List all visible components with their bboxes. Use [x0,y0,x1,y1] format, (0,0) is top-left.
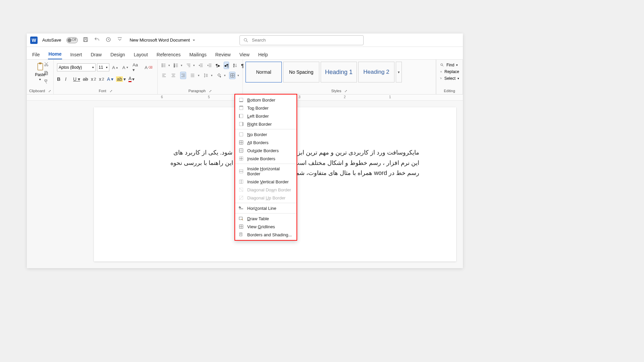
menu-diagonal-down: Diagonal Down Border [235,186,297,194]
autosave-toggle[interactable]: Off [66,37,78,43]
editing-group: Find ▾ Replace Select ▾ Editing [436,60,463,94]
menu-right-border[interactable]: Right Border [235,120,297,128]
svg-line-6 [247,41,248,42]
decrease-font-icon[interactable]: A▼ [121,64,130,71]
quick-access-toolbar [83,37,123,44]
shading-button[interactable] [216,72,222,79]
change-case-button[interactable]: Aa ▾ [131,62,142,73]
select-button[interactable]: Select ▾ [440,75,459,82]
increase-indent-button[interactable] [207,62,212,69]
multilevel-button[interactable] [186,62,191,69]
cut-icon[interactable] [44,62,49,68]
rtl-direction-button[interactable]: ◂¶ [224,62,229,69]
text-effects-button[interactable]: A ▾ [107,76,113,82]
word-window: W AutoSave Off New Microsoft Word Docume… [27,34,463,268]
style-heading1[interactable]: Heading 1 [321,62,357,82]
format-painter-icon[interactable] [44,79,49,86]
sort-button[interactable]: AZ [232,62,238,69]
svg-rect-66 [239,122,243,126]
menu-inside-vertical[interactable]: Inside Vertical Border [235,178,297,186]
font-group: Aptos (Body)▾ 11▾ A▲ A▼ Aa ▾ A⌫ B I U ▾ … [54,60,158,94]
subscript-button[interactable]: x2 [91,76,96,82]
tab-mailings[interactable]: Mailings [189,50,207,59]
redo-icon[interactable] [105,37,111,44]
search-placeholder: Search [252,38,266,43]
font-color-button[interactable]: A ▾ [128,76,135,82]
svg-line-85 [239,196,243,200]
justify-button[interactable] [190,72,196,79]
styles-more-button[interactable]: ▾ [396,62,402,82]
title-bar: W AutoSave Off New Microsoft Word Docume… [27,34,463,47]
menu-left-border[interactable]: Left Border [235,112,297,120]
font-launcher-icon[interactable]: ⤢ [110,89,112,93]
menu-all-borders[interactable]: All Borders [235,138,297,146]
qat-customize-icon[interactable] [117,37,123,44]
tab-draw[interactable]: Draw [90,50,102,59]
document-title[interactable]: New Microsoft Word Document [129,38,196,43]
align-center-button[interactable] [170,72,176,79]
menu-inside-borders[interactable]: Inside Borders [235,155,297,163]
svg-rect-68 [239,133,243,136]
bullets-button[interactable] [161,62,166,69]
svg-rect-14 [45,71,47,74]
ribbon: Paste ▾ Clipboard⤢ Aptos (Body)▾ 11▾ A▲ … [27,60,463,95]
tab-file[interactable]: File [32,50,41,59]
style-heading2[interactable]: Heading 2 [358,62,394,82]
decrease-indent-button[interactable] [198,62,204,69]
style-no-spacing[interactable]: No Spacing [283,62,319,82]
save-icon[interactable] [83,37,89,44]
search-box[interactable]: Search [239,35,364,45]
tab-layout[interactable]: Layout [133,50,149,59]
line-spacing-button[interactable] [203,72,209,79]
copy-icon[interactable] [44,70,49,77]
menu-diagonal-up: Diagonal Up Border [235,194,297,202]
numbering-button[interactable]: 123 [173,62,179,69]
menu-no-border[interactable]: No Border [235,130,297,138]
undo-icon[interactable] [94,37,100,44]
tab-home[interactable]: Home [48,49,62,59]
menu-view-gridlines[interactable]: View Gridlines [235,223,297,231]
borders-button[interactable] [229,72,235,79]
menu-draw-table[interactable]: Draw Table [235,215,297,223]
menu-inside-horizontal[interactable]: Inside Horizontal Border [235,165,297,178]
svg-point-5 [244,38,247,41]
menu-horizontal-line[interactable]: A≡Horizontal Line [235,204,297,212]
borders-dropdown-menu: Bottom Border Top Border Left Border Rig… [234,94,297,241]
paragraph-launcher-icon[interactable]: ⤢ [209,89,212,93]
tab-help[interactable]: Help [258,50,269,59]
styles-launcher-icon[interactable]: ⤢ [344,89,347,93]
clear-format-icon[interactable]: A⌫ [143,64,154,71]
ltr-direction-button[interactable]: ¶▸ [216,62,220,69]
search-icon [243,38,249,43]
tab-view[interactable]: View [239,50,250,59]
font-size-select[interactable]: 11▾ [97,63,109,71]
italic-button[interactable]: I [65,76,70,82]
tab-review[interactable]: Review [215,50,231,59]
align-right-button[interactable] [180,72,186,79]
tab-insert[interactable]: Insert [69,50,83,59]
menu-bottom-border[interactable]: Bottom Border [235,96,297,104]
style-normal[interactable]: Normal [246,62,282,82]
tab-design[interactable]: Design [110,50,126,59]
replace-button[interactable]: Replace [440,68,459,75]
svg-text:3: 3 [174,66,175,68]
menu-top-border[interactable]: Top Border [235,104,297,112]
svg-text:A≡: A≡ [239,206,241,208]
underline-button[interactable]: U ▾ [73,76,80,82]
highlight-button[interactable]: ab ▾ [116,76,126,82]
svg-line-83 [239,188,243,192]
find-button[interactable]: Find ▾ [440,62,459,68]
menu-borders-shading[interactable]: Borders and Shading... [235,231,297,239]
menu-outside-borders[interactable]: Outside Borders [235,146,297,155]
align-left-button[interactable] [161,72,167,79]
font-name-select[interactable]: Aptos (Body)▾ [57,63,96,71]
bold-button[interactable]: B [57,76,62,82]
increase-font-icon[interactable]: A▲ [111,64,120,71]
svg-point-18 [162,65,162,66]
superscript-button[interactable]: x2 [99,76,104,82]
styles-group: Normal No Spacing Heading 1 Heading 2 ▾ … [243,60,436,94]
clipboard-launcher-icon[interactable]: ⤢ [48,89,51,93]
tab-references[interactable]: References [156,50,181,59]
chevron-down-icon [192,38,196,42]
strike-button[interactable]: ab [83,76,88,82]
